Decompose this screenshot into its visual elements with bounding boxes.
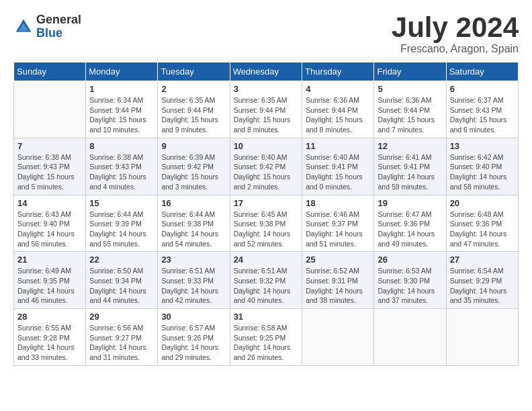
day-info: Sunrise: 6:36 AM Sunset: 9:44 PM Dayligh… bbox=[306, 95, 370, 135]
table-row: 25Sunrise: 6:52 AM Sunset: 9:31 PM Dayli… bbox=[302, 252, 374, 309]
day-number: 1 bbox=[89, 84, 154, 94]
table-row: 29Sunrise: 6:56 AM Sunset: 9:27 PM Dayli… bbox=[86, 309, 158, 366]
table-row: 22Sunrise: 6:50 AM Sunset: 9:34 PM Dayli… bbox=[86, 252, 158, 309]
day-number: 27 bbox=[450, 255, 515, 265]
logo: General Blue bbox=[13, 13, 81, 40]
day-info: Sunrise: 6:40 AM Sunset: 9:42 PM Dayligh… bbox=[234, 152, 299, 192]
day-info: Sunrise: 6:49 AM Sunset: 9:35 PM Dayligh… bbox=[17, 266, 82, 306]
col-thursday: Thursday bbox=[302, 62, 374, 81]
day-number: 14 bbox=[17, 198, 82, 208]
day-info: Sunrise: 6:53 AM Sunset: 9:30 PM Dayligh… bbox=[378, 266, 442, 306]
day-number: 31 bbox=[234, 312, 299, 322]
day-number: 23 bbox=[161, 255, 226, 265]
table-row: 16Sunrise: 6:44 AM Sunset: 9:38 PM Dayli… bbox=[158, 195, 230, 252]
day-number: 13 bbox=[450, 141, 515, 151]
col-sunday: Sunday bbox=[14, 62, 86, 81]
day-info: Sunrise: 6:44 AM Sunset: 9:38 PM Dayligh… bbox=[161, 210, 226, 249]
day-number: 11 bbox=[306, 141, 370, 151]
col-wednesday: Wednesday bbox=[230, 62, 302, 81]
calendar-week-row: 7Sunrise: 6:38 AM Sunset: 9:43 PM Daylig… bbox=[14, 138, 519, 195]
day-number: 2 bbox=[161, 84, 226, 94]
table-row bbox=[14, 81, 86, 138]
day-number: 12 bbox=[378, 141, 442, 151]
table-row: 20Sunrise: 6:48 AM Sunset: 9:36 PM Dayli… bbox=[446, 195, 518, 252]
day-info: Sunrise: 6:54 AM Sunset: 9:29 PM Dayligh… bbox=[450, 266, 515, 306]
table-row: 24Sunrise: 6:51 AM Sunset: 9:32 PM Dayli… bbox=[230, 252, 302, 309]
day-info: Sunrise: 6:45 AM Sunset: 9:38 PM Dayligh… bbox=[234, 210, 299, 249]
logo-blue: Blue bbox=[36, 27, 81, 40]
day-info: Sunrise: 6:51 AM Sunset: 9:32 PM Dayligh… bbox=[234, 266, 299, 306]
table-row: 1Sunrise: 6:34 AM Sunset: 9:44 PM Daylig… bbox=[86, 81, 158, 138]
day-number: 8 bbox=[89, 141, 154, 151]
day-info: Sunrise: 6:38 AM Sunset: 9:43 PM Dayligh… bbox=[89, 152, 154, 192]
table-row: 30Sunrise: 6:57 AM Sunset: 9:26 PM Dayli… bbox=[158, 309, 230, 366]
table-row: 5Sunrise: 6:36 AM Sunset: 9:44 PM Daylig… bbox=[374, 81, 446, 138]
day-number: 15 bbox=[89, 198, 154, 208]
table-row: 31Sunrise: 6:58 AM Sunset: 9:25 PM Dayli… bbox=[230, 309, 302, 366]
table-row bbox=[374, 309, 446, 366]
day-info: Sunrise: 6:48 AM Sunset: 9:36 PM Dayligh… bbox=[450, 210, 515, 249]
page-header: General Blue July 2024 Frescano, Aragon,… bbox=[13, 13, 519, 55]
day-info: Sunrise: 6:57 AM Sunset: 9:26 PM Dayligh… bbox=[161, 323, 226, 363]
day-info: Sunrise: 6:42 AM Sunset: 9:40 PM Dayligh… bbox=[450, 152, 515, 192]
table-row: 2Sunrise: 6:35 AM Sunset: 9:44 PM Daylig… bbox=[158, 81, 230, 138]
table-row: 17Sunrise: 6:45 AM Sunset: 9:38 PM Dayli… bbox=[230, 195, 302, 252]
col-monday: Monday bbox=[86, 62, 158, 81]
col-tuesday: Tuesday bbox=[158, 62, 230, 81]
day-number: 7 bbox=[17, 141, 82, 151]
day-number: 6 bbox=[450, 84, 515, 94]
table-row: 27Sunrise: 6:54 AM Sunset: 9:29 PM Dayli… bbox=[446, 252, 518, 309]
calendar-header-row: Sunday Monday Tuesday Wednesday Thursday… bbox=[14, 62, 519, 81]
table-row: 15Sunrise: 6:44 AM Sunset: 9:39 PM Dayli… bbox=[86, 195, 158, 252]
table-row: 21Sunrise: 6:49 AM Sunset: 9:35 PM Dayli… bbox=[14, 252, 86, 309]
day-number: 3 bbox=[234, 84, 299, 94]
day-number: 28 bbox=[17, 312, 82, 322]
table-row: 18Sunrise: 6:46 AM Sunset: 9:37 PM Dayli… bbox=[302, 195, 374, 252]
day-number: 18 bbox=[306, 198, 370, 208]
table-row: 26Sunrise: 6:53 AM Sunset: 9:30 PM Dayli… bbox=[374, 252, 446, 309]
day-number: 16 bbox=[161, 198, 226, 208]
day-number: 17 bbox=[234, 198, 299, 208]
col-friday: Friday bbox=[374, 62, 446, 81]
table-row: 11Sunrise: 6:40 AM Sunset: 9:41 PM Dayli… bbox=[302, 138, 374, 195]
day-number: 24 bbox=[234, 255, 299, 265]
table-row: 7Sunrise: 6:38 AM Sunset: 9:43 PM Daylig… bbox=[14, 138, 86, 195]
day-number: 25 bbox=[306, 255, 370, 265]
table-row: 3Sunrise: 6:35 AM Sunset: 9:44 PM Daylig… bbox=[230, 81, 302, 138]
calendar-week-row: 28Sunrise: 6:55 AM Sunset: 9:28 PM Dayli… bbox=[14, 309, 519, 366]
day-info: Sunrise: 6:55 AM Sunset: 9:28 PM Dayligh… bbox=[17, 323, 82, 363]
calendar-week-row: 21Sunrise: 6:49 AM Sunset: 9:35 PM Dayli… bbox=[14, 252, 519, 309]
day-info: Sunrise: 6:50 AM Sunset: 9:34 PM Dayligh… bbox=[89, 266, 154, 306]
day-info: Sunrise: 6:46 AM Sunset: 9:37 PM Dayligh… bbox=[306, 210, 370, 249]
table-row: 12Sunrise: 6:41 AM Sunset: 9:41 PM Dayli… bbox=[374, 138, 446, 195]
day-info: Sunrise: 6:47 AM Sunset: 9:36 PM Dayligh… bbox=[378, 210, 442, 249]
day-info: Sunrise: 6:51 AM Sunset: 9:33 PM Dayligh… bbox=[161, 266, 226, 306]
day-info: Sunrise: 6:39 AM Sunset: 9:42 PM Dayligh… bbox=[161, 152, 226, 192]
day-number: 21 bbox=[17, 255, 82, 265]
day-info: Sunrise: 6:36 AM Sunset: 9:44 PM Dayligh… bbox=[378, 95, 442, 135]
day-info: Sunrise: 6:41 AM Sunset: 9:41 PM Dayligh… bbox=[378, 152, 442, 192]
day-number: 20 bbox=[450, 198, 515, 208]
table-row: 6Sunrise: 6:37 AM Sunset: 9:43 PM Daylig… bbox=[446, 81, 518, 138]
day-number: 26 bbox=[378, 255, 442, 265]
table-row: 9Sunrise: 6:39 AM Sunset: 9:42 PM Daylig… bbox=[158, 138, 230, 195]
table-row bbox=[446, 309, 518, 366]
day-info: Sunrise: 6:35 AM Sunset: 9:44 PM Dayligh… bbox=[234, 95, 299, 135]
month-year-title: July 2024 bbox=[392, 13, 519, 42]
table-row: 10Sunrise: 6:40 AM Sunset: 9:42 PM Dayli… bbox=[230, 138, 302, 195]
day-number: 4 bbox=[306, 84, 370, 94]
logo-general: General bbox=[36, 13, 81, 27]
col-saturday: Saturday bbox=[446, 62, 518, 81]
day-number: 10 bbox=[234, 141, 299, 151]
location-subtitle: Frescano, Aragon, Spain bbox=[392, 43, 519, 55]
logo-icon bbox=[13, 17, 34, 37]
table-row: 19Sunrise: 6:47 AM Sunset: 9:36 PM Dayli… bbox=[374, 195, 446, 252]
day-info: Sunrise: 6:44 AM Sunset: 9:39 PM Dayligh… bbox=[89, 210, 154, 249]
day-info: Sunrise: 6:58 AM Sunset: 9:25 PM Dayligh… bbox=[234, 323, 299, 363]
day-number: 29 bbox=[89, 312, 154, 322]
day-number: 19 bbox=[378, 198, 442, 208]
table-row: 8Sunrise: 6:38 AM Sunset: 9:43 PM Daylig… bbox=[86, 138, 158, 195]
day-number: 9 bbox=[161, 141, 226, 151]
day-info: Sunrise: 6:52 AM Sunset: 9:31 PM Dayligh… bbox=[306, 266, 370, 306]
calendar-week-row: 1Sunrise: 6:34 AM Sunset: 9:44 PM Daylig… bbox=[14, 81, 519, 138]
